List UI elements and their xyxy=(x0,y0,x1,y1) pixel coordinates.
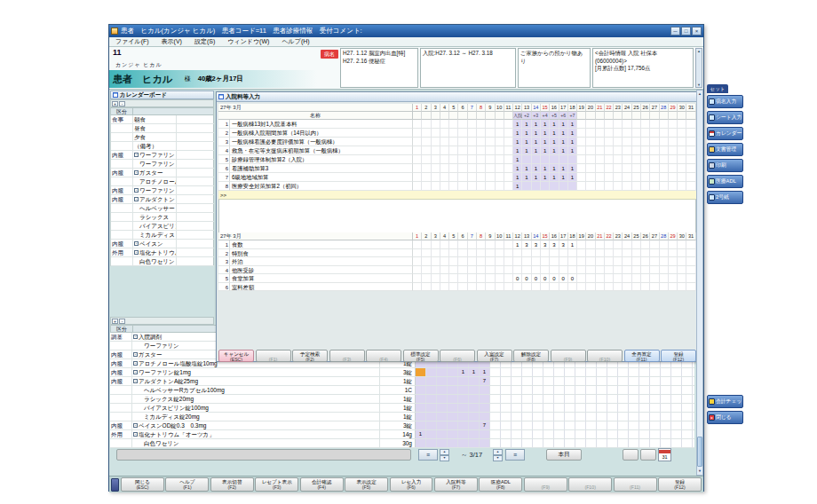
day-cell[interactable] xyxy=(448,386,458,394)
day-cell[interactable] xyxy=(512,404,522,412)
fee-day-cell[interactable] xyxy=(496,173,504,182)
fee-day-cell[interactable]: 1 xyxy=(568,164,577,173)
meal-day-cell[interactable] xyxy=(568,249,577,258)
fee-row[interactable]: 1一般病棟13対1入院基本料1111111 xyxy=(218,120,696,129)
meal-day-cell[interactable]: 0 xyxy=(513,274,522,283)
medication-row[interactable]: ラシックス錠20mg1錠 xyxy=(110,395,694,404)
day-cell[interactable]: 7 xyxy=(480,421,490,429)
fee-day-cell[interactable] xyxy=(468,173,477,182)
fee-day-cell[interactable] xyxy=(504,120,513,129)
day-cell[interactable] xyxy=(671,421,682,429)
fee-day-cell[interactable] xyxy=(650,120,659,129)
spin-down-icon[interactable]: ▼ xyxy=(440,455,449,461)
fee-day-cell[interactable] xyxy=(496,146,504,155)
meal-day-cell[interactable] xyxy=(632,249,641,258)
day-cell[interactable] xyxy=(597,404,607,412)
meal-day-cell[interactable] xyxy=(550,257,559,266)
meal-day-cell[interactable] xyxy=(586,240,595,249)
fee-day-cell[interactable] xyxy=(477,182,486,191)
meal-day-cell[interactable] xyxy=(660,257,669,266)
day-cell[interactable] xyxy=(522,368,533,376)
day-cell[interactable] xyxy=(437,404,448,412)
fee-day-cell[interactable] xyxy=(605,182,614,191)
fee-day-cell[interactable]: 1 xyxy=(522,173,531,182)
collapse-icon[interactable]: - xyxy=(133,370,138,374)
fee-day-cell[interactable] xyxy=(458,182,467,191)
meal-day-cell[interactable] xyxy=(686,274,695,283)
fee-day-cell[interactable] xyxy=(458,129,467,138)
fee-day-cell[interactable] xyxy=(541,182,550,191)
day-cell[interactable] xyxy=(682,430,693,438)
fee-day-cell[interactable] xyxy=(605,138,614,146)
fee-day-cell[interactable] xyxy=(449,155,458,164)
fee-day-cell[interactable] xyxy=(586,155,595,164)
fee-day-cell[interactable]: 1 xyxy=(513,182,522,191)
fee-day-cell[interactable] xyxy=(468,155,477,164)
fee-day-cell[interactable] xyxy=(532,155,541,164)
day-cell[interactable] xyxy=(426,430,437,438)
collapse-icon[interactable]: - xyxy=(134,188,139,193)
fee-day-cell[interactable] xyxy=(413,164,422,173)
calendar-board-row[interactable]: 食事朝食 xyxy=(111,115,214,124)
fee-day-cell[interactable]: 1 xyxy=(513,146,522,155)
meal-day-cell[interactable] xyxy=(577,249,586,258)
meal-day-cell[interactable] xyxy=(449,249,458,258)
function-key-f11[interactable]: 全再算定(F11) xyxy=(624,350,660,362)
function-key-f1[interactable]: ヘルプ(F1) xyxy=(165,477,209,492)
meal-day-cell[interactable] xyxy=(477,274,486,283)
meal-day-cell[interactable] xyxy=(449,274,458,283)
fee-day-cell[interactable] xyxy=(660,138,669,146)
fee-day-cell[interactable] xyxy=(650,129,659,138)
day-cell[interactable] xyxy=(575,368,586,376)
meal-day-cell[interactable] xyxy=(605,274,614,283)
fee-day-cell[interactable] xyxy=(641,173,650,182)
meal-day-cell[interactable] xyxy=(614,240,623,249)
meal-day-cell[interactable] xyxy=(449,257,458,266)
fee-day-cell[interactable] xyxy=(532,182,541,191)
day-cell[interactable]: 1 xyxy=(458,368,469,376)
fee-row[interactable]: 8医療安全対策加算2（初回）1 xyxy=(218,182,696,191)
meal-day-cell[interactable]: 3 xyxy=(532,240,541,249)
meal-day-cell[interactable] xyxy=(477,283,486,292)
day-cell[interactable] xyxy=(618,377,629,385)
meal-day-cell[interactable] xyxy=(440,257,449,266)
fee-day-cell[interactable] xyxy=(605,173,614,182)
day-cell[interactable] xyxy=(575,439,586,447)
day-cell[interactable] xyxy=(448,430,458,438)
day-cell[interactable] xyxy=(639,439,650,447)
day-cell[interactable] xyxy=(458,413,469,421)
meal-day-cell[interactable] xyxy=(422,274,431,283)
day-cell[interactable] xyxy=(448,368,458,376)
fee-day-cell[interactable]: 1 xyxy=(568,146,577,155)
fee-day-cell[interactable] xyxy=(614,146,623,155)
meal-row[interactable]: 4他医受診 xyxy=(218,266,696,275)
meal-day-cell[interactable] xyxy=(468,283,477,292)
meal-day-cell[interactable] xyxy=(614,266,623,275)
fee-day-cell[interactable]: 1 xyxy=(513,129,522,138)
day-cell[interactable] xyxy=(671,395,682,403)
meal-day-cell[interactable] xyxy=(432,249,440,258)
fee-day-cell[interactable] xyxy=(586,129,595,138)
menu-item[interactable]: ファイル(F) xyxy=(109,37,155,46)
fee-day-cell[interactable] xyxy=(577,129,586,138)
day-cell[interactable] xyxy=(554,439,565,447)
meal-day-cell[interactable] xyxy=(605,257,614,266)
fee-day-cell[interactable] xyxy=(458,155,467,164)
meal-day-cell[interactable] xyxy=(650,283,659,292)
fee-day-cell[interactable] xyxy=(641,155,650,164)
day-cell[interactable] xyxy=(501,421,512,429)
meal-day-cell[interactable] xyxy=(586,249,595,258)
fee-day-cell[interactable] xyxy=(440,129,449,138)
day-cell[interactable] xyxy=(682,439,693,447)
menu-item[interactable]: 設定(S) xyxy=(188,37,221,46)
meal-day-cell[interactable] xyxy=(650,274,659,283)
fee-day-cell[interactable] xyxy=(614,173,623,182)
meal-day-cell[interactable] xyxy=(623,249,631,258)
function-key-f9[interactable]: (F9) xyxy=(551,350,586,362)
fee-day-cell[interactable] xyxy=(432,120,440,129)
day-cell[interactable] xyxy=(565,430,575,438)
fee-day-cell[interactable]: 1 xyxy=(513,155,522,164)
day-cell[interactable] xyxy=(554,395,565,403)
fee-day-cell[interactable] xyxy=(504,146,513,155)
fee-day-cell[interactable] xyxy=(477,120,486,129)
